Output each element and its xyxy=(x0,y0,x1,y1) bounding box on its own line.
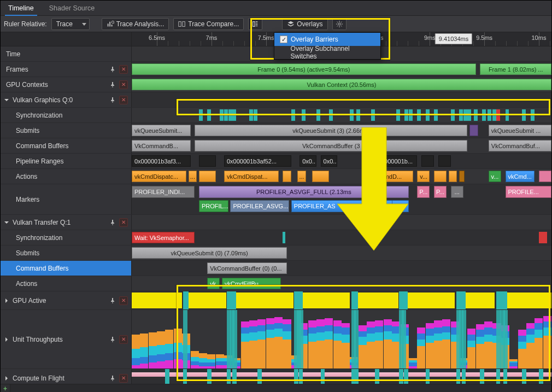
pin-icon[interactable] xyxy=(108,80,117,89)
chevron-right-icon[interactable] xyxy=(4,376,9,381)
submit-block[interactable]: vkQueueSubmit... xyxy=(132,125,191,136)
marker-sub-block[interactable]: PROFIL... xyxy=(199,200,228,212)
row-vg-lane[interactable] xyxy=(132,92,551,107)
row-compute-lane[interactable] xyxy=(132,369,551,384)
close-icon[interactable]: ✕ xyxy=(119,96,128,104)
close-icon[interactable]: ✕ xyxy=(119,218,128,227)
overlay-barriers-checkbox[interactable]: ✓ xyxy=(280,36,287,43)
row-actions-t-lane[interactable]: vk... vkCmdFillBu... xyxy=(132,276,551,291)
pin-icon[interactable] xyxy=(108,96,117,104)
ruler-relative-dropdown[interactable]: Trace xyxy=(51,18,90,30)
row-sync-t-lane[interactable]: Wait: VkSemaphor... xyxy=(132,230,551,245)
row-actions-label: Actions xyxy=(16,173,128,180)
action-block[interactable] xyxy=(283,171,291,182)
add-row-button[interactable]: + xyxy=(1,384,10,392)
pipeline-block[interactable] xyxy=(438,155,451,167)
marker-sub-block[interactable]: ms) xyxy=(392,200,409,212)
tab-shader-source[interactable]: Shader Source xyxy=(42,1,102,15)
close-icon[interactable]: ✕ xyxy=(119,65,128,74)
pipeline-block[interactable]: 0x0... xyxy=(321,155,338,167)
chevron-down-icon[interactable] xyxy=(4,97,9,103)
frame-block-1[interactable]: Frame 1 (8.02ms) ... xyxy=(480,63,551,75)
action-block[interactable]: vkCmdD... xyxy=(371,171,413,182)
cmdbuf-block[interactable]: VkCommandBuf... xyxy=(489,140,551,151)
action-block[interactable] xyxy=(434,171,447,182)
cmdbuf-block[interactable]: VkCommandB... xyxy=(132,140,191,151)
row-unit-throughputs: Unit Throughputs ✕ xyxy=(1,310,551,369)
marker-sub-block[interactable]: PROFILER_ASVG... xyxy=(230,200,289,212)
action-block[interactable] xyxy=(539,171,551,182)
overlays-settings-button[interactable] xyxy=(332,18,347,30)
overlay-subchannel-item[interactable]: Overlay Subchannel Switches xyxy=(274,46,380,59)
context-block[interactable]: Vulkan Context (20.56ms) xyxy=(132,79,551,90)
row-submits-t-lane[interactable]: vkQueueSubmit (0) (7.09ms) xyxy=(132,245,551,260)
action-block[interactable]: vkCmdFillBu... xyxy=(222,278,281,289)
pin-icon[interactable] xyxy=(108,218,117,227)
chevron-down-icon[interactable] xyxy=(4,220,9,225)
pin-icon[interactable] xyxy=(108,374,117,383)
toggle-layout-button[interactable] xyxy=(248,18,262,30)
chevron-right-icon[interactable] xyxy=(4,337,9,342)
action-block[interactable]: ... xyxy=(189,171,197,182)
marker-block[interactable]: P... xyxy=(417,186,430,198)
action-block[interactable]: vk... xyxy=(207,278,220,289)
pin-icon[interactable] xyxy=(108,296,117,305)
row-unit-tp-lane[interactable] xyxy=(132,310,551,368)
close-icon[interactable]: ✕ xyxy=(119,296,128,305)
row-frames-lane[interactable]: Frame 0 (9.54ms) (active=9.54ms) Frame 1… xyxy=(132,62,551,77)
pipeline-block[interactable] xyxy=(199,155,216,167)
pin-icon[interactable] xyxy=(108,335,117,344)
row-frames-label: Frames xyxy=(6,66,106,73)
action-block[interactable]: vkCmdDispatc... xyxy=(132,171,186,182)
pipeline-block[interactable]: 0x0... xyxy=(300,155,316,167)
marker-block[interactable]: P... xyxy=(434,186,447,198)
action-block[interactable] xyxy=(312,171,329,182)
row-gpu-active-lane[interactable] xyxy=(132,291,551,309)
close-icon[interactable]: ✕ xyxy=(119,80,128,89)
pipeline-block[interactable] xyxy=(421,155,434,167)
overlays-button[interactable]: Overlays xyxy=(282,18,327,30)
action-block[interactable] xyxy=(459,171,465,182)
action-block[interactable]: vkCmdDispat... xyxy=(224,171,279,182)
marker-block[interactable]: PROFILE... xyxy=(506,186,551,198)
action-block[interactable] xyxy=(449,171,457,182)
pipeline-block[interactable]: 0x000001b... xyxy=(375,155,417,167)
row-pipeline-lane[interactable]: 0x000001b3af3... 0x000001b3af52... 0x0..… xyxy=(132,154,551,168)
cmdbuf-block[interactable]: VkCommandBuffer (3 xyxy=(195,140,467,151)
marker-block[interactable]: PROFILER_INDI... xyxy=(132,186,195,198)
marker-sub-block[interactable]: PROFILER_AS xyxy=(291,200,404,212)
wait-block[interactable]: Wait: VkSemaphor... xyxy=(132,232,195,243)
pin-icon[interactable] xyxy=(108,65,117,74)
action-block[interactable] xyxy=(199,171,216,182)
action-block[interactable]: v... xyxy=(489,171,501,182)
chevron-right-icon[interactable] xyxy=(4,298,9,303)
tab-timeline[interactable]: Timeline xyxy=(1,1,42,15)
row-cmdbuf-t-lane[interactable]: VkCommandBuffer (0) (0... xyxy=(132,261,551,276)
pipeline-block[interactable]: 0x000001b3af3... xyxy=(132,155,191,167)
overlay-barriers-item[interactable]: ✓ Overlay Barriers xyxy=(274,33,380,46)
close-icon[interactable]: ✕ xyxy=(119,374,128,383)
cmdbuf-block[interactable]: VkCommandBuffer (0) (0... xyxy=(207,262,287,274)
row-sync-lane[interactable] xyxy=(132,108,551,122)
row-vt-lane[interactable] xyxy=(132,215,551,230)
submit-block[interactable]: vkQueueSubmit (3) (2.66ms) xyxy=(195,125,467,136)
marker-block[interactable]: PROFILER_ASVGF_FULL (2.13ms xyxy=(199,186,409,198)
row-actions-lane[interactable]: vkCmdDispatc... ... vkCmdDispat... ... v… xyxy=(132,169,551,184)
marker-block[interactable]: ... xyxy=(451,186,463,198)
pipeline-block[interactable]: 0x000001b3af52... xyxy=(224,155,291,167)
row-gpu-contexts-lane[interactable]: Vulkan Context (20.56ms) xyxy=(132,77,551,92)
frame-block-0[interactable]: Frame 0 (9.54ms) (active=9.54ms) xyxy=(132,63,476,75)
row-markers-lane[interactable]: PROFILER_INDI... PROFILER_ASVGF_FULL (2.… xyxy=(132,184,551,214)
close-icon[interactable]: ✕ xyxy=(119,335,128,344)
action-block[interactable]: v... xyxy=(417,171,430,182)
action-block[interactable]: ... xyxy=(297,171,306,182)
action-block[interactable]: vkCmd... xyxy=(506,171,535,182)
row-gpu-active-label: GPU Active xyxy=(13,297,106,305)
trace-compare-button[interactable]: Trace Compare... xyxy=(173,18,244,30)
trace-analysis-button[interactable]: Trace Analysis... xyxy=(102,18,169,30)
row-cmdbuf-lane[interactable]: VkCommandB... VkCommandBuffer (3 VkComma… xyxy=(132,138,551,153)
submit-block[interactable]: vkQueueSubmit ... xyxy=(489,125,551,136)
submit-block[interactable] xyxy=(469,125,478,136)
submit-block[interactable]: vkQueueSubmit (0) (7.09ms) xyxy=(132,247,287,259)
row-submits-lane[interactable]: vkQueueSubmit... vkQueueSubmit (3) (2.66… xyxy=(132,123,551,138)
